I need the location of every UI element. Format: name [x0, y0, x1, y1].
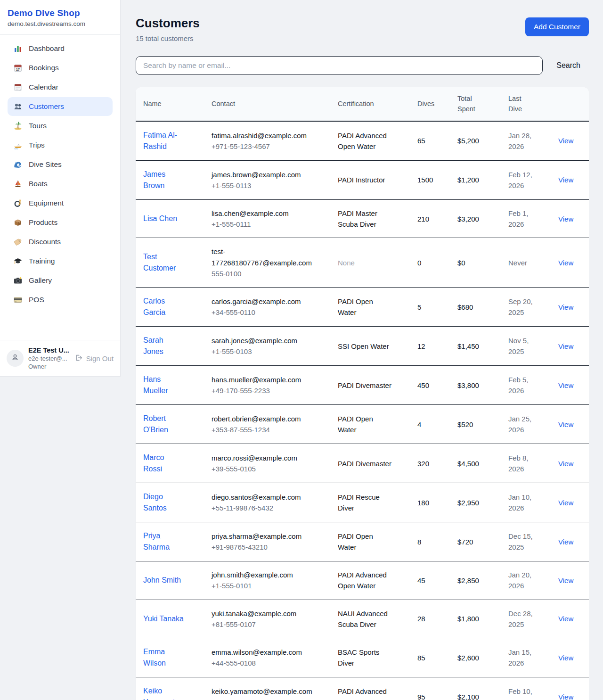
sidebar-item-customers[interactable]: Customers	[8, 97, 113, 116]
view-link[interactable]: View	[558, 176, 573, 184]
sidebar-item-training[interactable]: Training	[8, 252, 113, 271]
sidebar-item-pos[interactable]: POS	[8, 290, 113, 309]
sign-out-button[interactable]: Sign Out	[74, 354, 114, 363]
view-link[interactable]: View	[558, 693, 573, 700]
sidebar-item-label: Bookings	[29, 64, 59, 72]
customer-actions-cell: View	[551, 327, 589, 366]
customer-name-link[interactable]: Test Customer	[143, 251, 185, 274]
view-link[interactable]: View	[558, 381, 573, 389]
view-link[interactable]: View	[558, 420, 573, 428]
table-row: Lisa Chenlisa.chen@example.com+1-555-011…	[136, 199, 589, 238]
brand-name[interactable]: Demo Dive Shop	[8, 8, 113, 18]
customer-dives: 320	[417, 460, 429, 468]
search-input[interactable]	[136, 56, 543, 75]
sidebar-item-discounts[interactable]: Discounts	[8, 232, 113, 251]
customer-name-link[interactable]: Fatima Al-Rashid	[143, 130, 185, 152]
customer-total-spent: $2,100	[457, 693, 479, 700]
customer-dives-cell: 45	[410, 561, 450, 600]
customer-phone: +49-170-555-2233	[212, 385, 323, 396]
bar-chart-icon	[13, 44, 23, 53]
customer-actions-cell: View	[551, 522, 589, 561]
customer-name-link[interactable]: Priya Sharma	[143, 530, 185, 553]
customer-last-dive: Feb 8, 2026	[508, 453, 543, 475]
customer-certification-cell: PADI Advanced Open Water	[330, 677, 410, 700]
sidebar-item-dive-sites[interactable]: Dive Sites	[8, 155, 113, 174]
column-header-dives: Dives	[410, 87, 450, 121]
view-link[interactable]: View	[558, 342, 573, 350]
view-link[interactable]: View	[558, 137, 573, 145]
customer-name-link[interactable]: Lisa Chen	[143, 213, 177, 224]
customers-table: Name Contact Certification Dives Total S…	[136, 87, 589, 700]
customer-certification-cell: PADI Master Scuba Diver	[330, 199, 410, 238]
customer-certification: PADI Advanced Open Water	[338, 130, 393, 152]
customer-dives-cell: 1500	[410, 160, 450, 199]
customer-email: james.brown@example.com	[212, 169, 310, 180]
customer-total-spent-cell: $2,950	[450, 483, 501, 522]
customer-name-cell: Robert O'Brien	[136, 405, 204, 444]
customer-total-spent-cell: $520	[450, 405, 501, 444]
customer-name-link[interactable]: Keiko Yamamoto	[143, 685, 185, 700]
customer-last-dive-cell: Jan 20, 2026	[501, 561, 551, 600]
view-link[interactable]: View	[558, 654, 573, 662]
view-link[interactable]: View	[558, 303, 573, 311]
customer-name-link[interactable]: Marco Rossi	[143, 452, 185, 475]
customer-contact-cell: john.smith@example.com+1-555-0101	[204, 561, 330, 600]
customer-dives: 5	[417, 303, 421, 311]
customer-dives-cell: 450	[410, 366, 450, 405]
sidebar-item-gallery[interactable]: Gallery	[8, 271, 113, 290]
customer-name-link[interactable]: Carlos Garcia	[143, 296, 185, 318]
sidebar-item-boats[interactable]: Boats	[8, 174, 113, 193]
customer-name-cell: James Brown	[136, 160, 204, 199]
customer-actions-cell: View	[551, 561, 589, 600]
sidebar-item-trips[interactable]: Trips	[8, 136, 113, 155]
calendar-date-icon: 17	[13, 63, 23, 73]
customer-last-dive-cell: Dec 15, 2025	[501, 522, 551, 561]
customer-name-link[interactable]: Hans Mueller	[143, 374, 185, 396]
table-row: Emma Wilsonemma.wilson@example.com+44-55…	[136, 638, 589, 677]
sidebar-item-bookings[interactable]: 17Bookings	[8, 58, 113, 77]
view-link[interactable]: View	[558, 460, 573, 468]
table-row: Robert O'Brienrobert.obrien@example.com+…	[136, 405, 589, 444]
customer-name-link[interactable]: John Smith	[143, 575, 181, 586]
customer-name-link[interactable]: Robert O'Brien	[143, 413, 185, 436]
customer-certification: PADI Divemaster	[338, 380, 391, 391]
customer-name-link[interactable]: Yuki Tanaka	[143, 613, 184, 625]
view-link[interactable]: View	[558, 538, 573, 546]
sidebar-item-products[interactable]: Products	[8, 213, 113, 232]
user-role: Owner	[28, 363, 70, 370]
sidebar-item-equipment[interactable]: Equipment	[8, 194, 113, 213]
sidebar-item-label: Equipment	[29, 199, 64, 207]
customer-total-spent-cell: $3,200	[450, 199, 501, 238]
customer-name-link[interactable]: Emma Wilson	[143, 646, 185, 669]
view-link[interactable]: View	[558, 215, 573, 223]
customer-certification: PADI Advanced Open Water	[338, 569, 393, 592]
customer-dives: 95	[417, 693, 425, 700]
sidebar-item-tours[interactable]: Tours	[8, 116, 113, 135]
customer-contact-cell: test-1772681807767@example.com555-0100	[204, 238, 330, 288]
view-link[interactable]: View	[558, 499, 573, 507]
customer-name-link[interactable]: Diego Santos	[143, 491, 185, 514]
view-link[interactable]: View	[558, 615, 573, 623]
page-title: Customers	[136, 16, 200, 31]
customer-certification-cell: None	[330, 238, 410, 288]
customer-phone: +1-555-0111	[212, 219, 323, 230]
customer-email: keiko.yamamoto@example.com	[212, 686, 310, 697]
customer-name-cell: Diego Santos	[136, 483, 204, 522]
customer-dives-cell: 320	[410, 444, 450, 483]
customer-total-spent-cell: $1,450	[450, 327, 501, 366]
customer-email: hans.mueller@example.com	[212, 374, 310, 385]
view-link[interactable]: View	[558, 576, 573, 585]
customer-certification: PADI Master Scuba Diver	[338, 208, 393, 230]
customer-phone: +81-555-0107	[212, 619, 323, 630]
customer-name-cell: Test Customer	[136, 238, 204, 288]
customer-name-link[interactable]: Sarah Jones	[143, 335, 185, 357]
sidebar-item-dashboard[interactable]: Dashboard	[8, 39, 113, 58]
customer-name-link[interactable]: James Brown	[143, 169, 185, 191]
svg-text:17: 17	[16, 68, 20, 71]
customer-name-cell: Fatima Al-Rashid	[136, 121, 204, 161]
view-link[interactable]: View	[558, 259, 573, 267]
search-button[interactable]: Search	[555, 59, 581, 72]
add-customer-button[interactable]: Add Customer	[525, 17, 589, 36]
sidebar-item-calendar[interactable]: Calendar	[8, 78, 113, 97]
customer-total-spent-cell: $2,100	[450, 677, 501, 700]
